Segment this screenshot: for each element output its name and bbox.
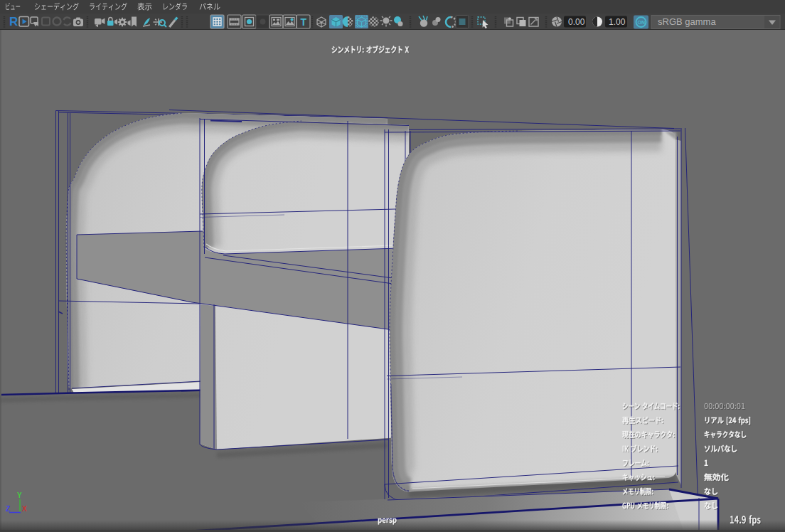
svg-text:T: T bbox=[301, 16, 307, 28]
svg-text:Z: Z bbox=[6, 505, 10, 513]
svg-text:X: X bbox=[22, 505, 27, 513]
svg-text:1.00: 1.00 bbox=[609, 17, 626, 27]
svg-text:Y: Y bbox=[17, 491, 22, 499]
svg-text:ON: ON bbox=[638, 20, 646, 25]
svg-text:R: R bbox=[9, 15, 18, 28]
svg-text:sRGB gamma: sRGB gamma bbox=[658, 16, 716, 27]
svg-text:0.00: 0.00 bbox=[568, 17, 585, 27]
